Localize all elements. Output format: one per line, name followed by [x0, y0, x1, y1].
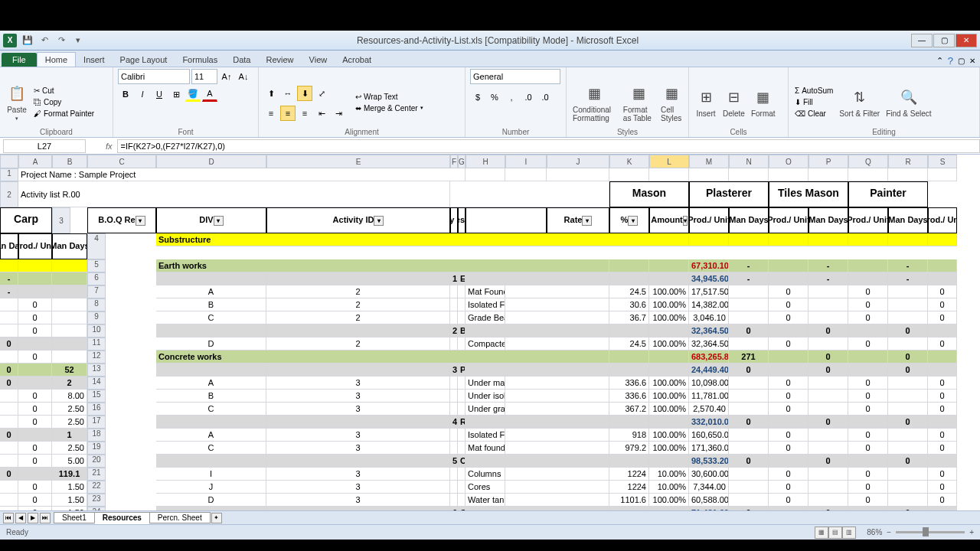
- zoom-slider[interactable]: [896, 531, 965, 533]
- paste-button[interactable]: 📋Paste▾: [5, 81, 29, 123]
- tab-acrobat[interactable]: Acrobat: [335, 53, 379, 67]
- font-color-button[interactable]: A: [202, 86, 217, 102]
- file-tab[interactable]: File: [2, 53, 37, 67]
- worksheet[interactable]: ABCDEFGHIJKLMNOPQRS1Project Name : Sampl…: [0, 155, 980, 510]
- tab-data[interactable]: Data: [225, 53, 258, 67]
- prev-sheet-icon[interactable]: ◀: [15, 513, 26, 523]
- col-header[interactable]: G: [458, 155, 466, 168]
- wrap-text-button[interactable]: ↩Wrap Text: [354, 92, 425, 102]
- comma-icon[interactable]: ,: [504, 90, 519, 105]
- tab-formulas[interactable]: Formulas: [175, 53, 225, 67]
- col-header[interactable]: M: [689, 155, 729, 168]
- zoom-out-icon[interactable]: −: [887, 528, 891, 536]
- zoom-in-icon[interactable]: +: [969, 528, 974, 536]
- new-sheet-icon[interactable]: ✦: [211, 513, 222, 523]
- tab-page-layout[interactable]: Page Layout: [113, 53, 175, 67]
- indent-inc-icon[interactable]: ⇥: [331, 106, 346, 121]
- sheet-tab-resources[interactable]: Resources: [94, 512, 150, 524]
- number-format-select[interactable]: [470, 69, 560, 84]
- sort-filter-button[interactable]: ⇅Sort & Filter: [838, 85, 881, 119]
- italic-button[interactable]: I: [135, 86, 150, 102]
- col-header[interactable]: J: [547, 155, 609, 168]
- col-header[interactable]: S: [928, 155, 957, 168]
- minimize-button[interactable]: —: [911, 34, 933, 47]
- zoom-level[interactable]: 86%: [867, 528, 882, 536]
- currency-icon[interactable]: $: [470, 90, 485, 105]
- filter-icon[interactable]: ▾: [214, 216, 224, 226]
- close-button[interactable]: ✕: [956, 34, 977, 47]
- help-icon[interactable]: ?: [948, 55, 953, 67]
- orientation-icon[interactable]: ⤢: [314, 86, 329, 101]
- merge-center-button[interactable]: ⬌Merge & Center▾: [354, 103, 425, 113]
- format-painter-button[interactable]: 🖌Format Painter: [32, 109, 96, 119]
- align-bottom-icon[interactable]: ⬇: [297, 86, 312, 101]
- bold-button[interactable]: B: [118, 86, 133, 102]
- indent-dec-icon[interactable]: ⇤: [314, 106, 329, 121]
- col-header[interactable]: H: [466, 155, 505, 168]
- tab-home[interactable]: Home: [37, 52, 76, 67]
- filter-icon[interactable]: ▾: [136, 216, 145, 226]
- window-restore-icon[interactable]: ▢: [958, 57, 965, 65]
- tab-review[interactable]: Review: [258, 53, 301, 67]
- normal-view-icon[interactable]: ▦: [815, 527, 828, 539]
- page-break-view-icon[interactable]: ▥: [842, 527, 856, 539]
- fx-icon[interactable]: fx: [106, 142, 113, 151]
- font-size-select[interactable]: [191, 69, 217, 84]
- minimize-ribbon-icon[interactable]: ⌃: [936, 56, 943, 66]
- clear-button[interactable]: ⌫Clear: [793, 109, 835, 119]
- format-as-table-button[interactable]: ▦Format as Table: [622, 81, 656, 124]
- col-header[interactable]: Q: [848, 155, 888, 168]
- insert-button[interactable]: ⊞Insert: [694, 85, 718, 119]
- col-header[interactable]: D: [156, 155, 266, 168]
- first-sheet-icon[interactable]: ⏮: [3, 513, 14, 523]
- tab-insert[interactable]: Insert: [76, 53, 113, 67]
- format-button[interactable]: ▦Format: [750, 85, 777, 119]
- copy-button[interactable]: ⿻Copy: [32, 97, 96, 107]
- conditional-formatting-button[interactable]: ▦Conditional Formatting: [571, 81, 619, 124]
- col-header[interactable]: L: [649, 155, 689, 168]
- col-header[interactable]: O: [769, 155, 808, 168]
- shrink-font-icon[interactable]: A↓: [236, 69, 251, 84]
- col-header[interactable]: F: [450, 155, 458, 168]
- name-box[interactable]: [3, 139, 86, 153]
- col-header[interactable]: B: [52, 155, 87, 168]
- align-top-icon[interactable]: ⬆: [263, 86, 279, 101]
- sheet-tab-sheet1[interactable]: Sheet1: [54, 512, 95, 523]
- col-header[interactable]: N: [729, 155, 769, 168]
- filter-icon[interactable]: ▾: [582, 216, 592, 226]
- redo-icon[interactable]: ↷: [55, 34, 67, 47]
- filter-icon[interactable]: ▾: [374, 216, 384, 226]
- filter-icon[interactable]: ▾: [683, 216, 688, 226]
- col-header[interactable]: C: [87, 155, 156, 168]
- maximize-button[interactable]: ▢: [933, 34, 955, 47]
- qat-more-icon[interactable]: ▾: [72, 34, 84, 47]
- delete-button[interactable]: ⊟Delete: [721, 85, 746, 119]
- last-sheet-icon[interactable]: ⏭: [40, 513, 51, 523]
- col-header[interactable]: I: [505, 155, 547, 168]
- page-layout-view-icon[interactable]: ▤: [828, 527, 842, 539]
- align-right-icon[interactable]: ≡: [297, 106, 312, 121]
- save-icon[interactable]: 💾: [21, 34, 34, 47]
- col-header[interactable]: A: [18, 155, 52, 168]
- fill-color-button[interactable]: 🪣: [185, 86, 201, 102]
- cell-styles-button[interactable]: ▦Cell Styles: [659, 81, 684, 124]
- underline-button[interactable]: U: [152, 86, 167, 102]
- col-header[interactable]: E: [266, 155, 450, 168]
- align-left-icon[interactable]: ≡: [263, 106, 279, 121]
- align-middle-icon[interactable]: ↔: [280, 86, 296, 101]
- next-sheet-icon[interactable]: ▶: [28, 513, 38, 523]
- sheet-tab-percn[interactable]: Percn. Sheet: [149, 512, 211, 523]
- inc-decimal-icon[interactable]: .0: [521, 90, 536, 105]
- formula-input[interactable]: [117, 139, 980, 153]
- cut-button[interactable]: ✂Cut: [32, 86, 96, 96]
- grow-font-icon[interactable]: A↑: [219, 69, 234, 84]
- percent-icon[interactable]: %: [487, 90, 502, 105]
- col-header[interactable]: R: [888, 155, 928, 168]
- tab-view[interactable]: View: [302, 53, 335, 67]
- filter-icon[interactable]: ▾: [628, 216, 638, 226]
- col-header[interactable]: P: [808, 155, 848, 168]
- undo-icon[interactable]: ↶: [38, 34, 51, 47]
- col-header[interactable]: K: [609, 155, 649, 168]
- align-center-icon[interactable]: ≡: [280, 106, 296, 121]
- border-button[interactable]: ⊞: [168, 86, 184, 102]
